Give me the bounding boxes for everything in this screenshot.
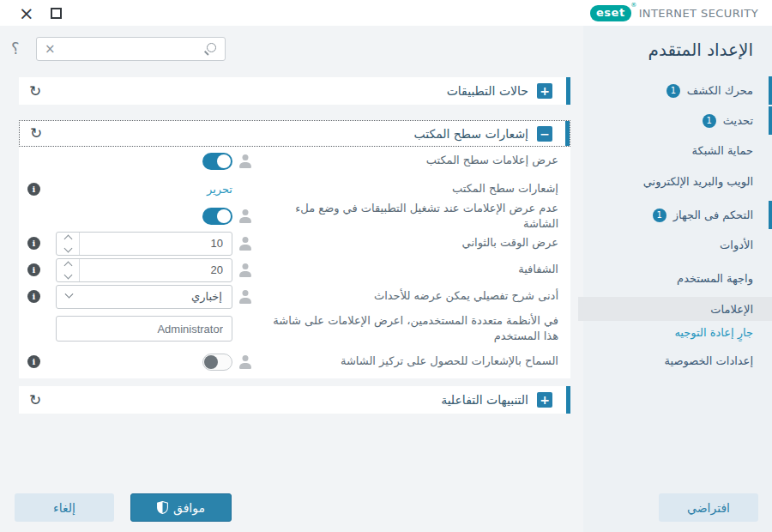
count-badge: 1 [666,84,680,98]
sidebar: الإعداد المتقدم محرك الكشف 1 تحديث 1 حما… [573,26,772,532]
sidebar-item-privacy-settings[interactable]: إعدادات الخصوصية [578,349,772,372]
close-icon[interactable]: × [19,1,34,27]
sidebar-item-label: واجهة المستخدم [677,272,753,285]
setting-label: الشفافية [252,262,558,277]
chevron-down-icon [65,290,74,299]
spin-down-icon[interactable] [63,244,72,252]
setting-row-multiuser-display: في الأنظمة متعددة المستخدمين، اعرض الإعل… [19,310,570,348]
transparency-spinner [56,258,232,282]
sidebar-item-label: الويب والبريد الإلكتروني [643,175,753,188]
sidebar-item-label: تحديث [723,114,753,127]
section-title: حالات التطبيقات [447,84,528,98]
accent-bar [565,121,570,146]
display-time-input[interactable] [80,233,232,255]
ok-button[interactable]: موافق [130,493,232,522]
info-icon[interactable]: i [27,290,40,303]
spinner-buttons[interactable] [57,233,80,255]
sidebar-item-redirecting[interactable]: جارٍ إعادة التوجيه [578,321,772,344]
search-icon[interactable] [204,43,217,56]
info-icon[interactable]: i [27,237,40,250]
transparency-input[interactable] [80,259,232,281]
refresh-icon[interactable]: ↻ [29,393,41,408]
refresh-icon[interactable]: ↻ [30,126,42,141]
spin-up-icon[interactable] [63,234,72,243]
sidebar-item-web-email[interactable]: الويب والبريد الإلكتروني [578,170,772,193]
setting-label: عدم عرض الإعلامات عند تشغيل التطبيقات في… [252,201,558,232]
setting-row-display-time: عرض الوقت بالثواني i [19,230,570,257]
setting-label: في الأنظمة متعددة المستخدمين، اعرض الإعل… [252,313,558,344]
setting-row-transparency: الشفافية i [19,257,570,283]
count-badge: 1 [653,209,666,222]
toggle-allow-focus[interactable] [202,354,232,371]
titlebar: × eset® INTERNET SECURITY [0,0,772,26]
section-application-statuses: + حالات التطبيقات ↻ [19,77,570,105]
sidebar-item-detection-engine[interactable]: محرك الكشف 1 [578,79,772,102]
sidebar-item-label: محرك الكشف [687,84,753,97]
toggle-display-desktop-notifications[interactable] [202,153,232,170]
spin-up-icon[interactable] [63,261,72,269]
clear-search-icon[interactable]: × [45,43,56,56]
info-icon[interactable]: i [27,183,40,196]
user-override-icon [238,154,252,168]
default-button[interactable]: افتراضي [659,493,758,522]
setting-label: السماح بالإشعارات للحصول على تركيز الشاش… [252,354,558,369]
setting-label: عرض إعلامات سطح المكتب [252,153,558,168]
setting-row-display-desktop-notifications: عرض إعلامات سطح المكتب [19,147,570,175]
collapse-icon[interactable]: − [537,126,552,142]
setting-label: إشعارات سطح المكتب [252,181,558,196]
info-icon[interactable]: i [27,355,40,368]
setting-row-allow-focus: السماح بالإشعارات للحصول على تركيز الشاش… [19,348,570,376]
cancel-button[interactable]: إلغاء [15,493,114,522]
sidebar-item-update[interactable]: تحديث 1 [578,109,772,132]
product-name: INTERNET SECURITY [639,7,758,20]
spinner-buttons[interactable] [57,259,80,281]
edit-link[interactable]: تحرير [207,183,232,196]
verbosity-dropdown[interactable]: إخباري [56,285,232,309]
sidebar-item-tools[interactable]: الأدوات [578,233,772,257]
count-badge: 1 [703,114,716,128]
search-input[interactable] [56,43,204,56]
info-icon[interactable]: i [27,263,40,276]
help-icon[interactable]: ؟ [11,39,20,57]
user-override-icon [238,263,252,277]
refresh-icon[interactable]: ↻ [29,84,41,99]
section-header-interactive-alerts[interactable]: + التنبيهات التفاعلية ↻ [19,386,570,414]
eset-logo: eset® [590,5,631,21]
section-title: إشعارات سطح المكتب [413,127,528,141]
section-header-application-statuses[interactable]: + حالات التطبيقات ↻ [19,77,570,105]
user-override-icon [238,209,252,223]
registered-mark: ® [630,2,637,9]
sidebar-item-label: الأدوات [720,239,753,251]
expand-icon[interactable]: + [537,83,552,99]
setting-label: أدنى شرح تفصيلي يمكن عرضه للأحداث [252,288,558,304]
search-box: × [36,37,226,61]
section-title: التنبيهات التفاعلية [441,393,528,407]
page-title: الإعداد المتقدم [648,39,753,60]
brand: eset® INTERNET SECURITY [590,0,758,26]
display-time-spinner [56,232,232,256]
sidebar-item-user-interface[interactable]: واجهة المستخدم [578,267,772,290]
sidebar-item-label: جارٍ إعادة التوجيه [674,326,753,339]
user-override-icon [238,290,252,304]
sidebar-item-label: إعدادات الخصوصية [665,354,753,367]
section-interactive-alerts: + التنبيهات التفاعلية ↻ [19,386,570,414]
sidebar-item-network-protection[interactable]: حماية الشبكة [578,139,772,162]
verbosity-selected-value: إخباري [191,290,222,303]
accent-bar [566,386,570,414]
spin-down-icon[interactable] [63,270,72,279]
shield-icon [157,501,168,514]
sidebar-item-notifications[interactable]: الإعلامات [578,297,772,321]
toggle-no-notifications-fullscreen[interactable] [202,208,232,225]
expand-icon[interactable]: + [537,392,552,408]
section-desktop-notifications: − إشعارات سطح المكتب ↻ عرض إعلامات سطح ا… [19,120,570,378]
sidebar-item-device-control[interactable]: التحكم فى الجهاز 1 [578,203,772,227]
sidebar-item-label: حماية الشبكة [692,144,753,157]
setting-row-no-notifications-fullscreen: عدم عرض الإعلامات عند تشغيل التطبيقات في… [19,203,570,230]
sidebar-item-label: الإعلامات [710,303,753,316]
setting-label: عرض الوقت بالثواني [252,235,558,251]
section-header-desktop-notifications[interactable]: − إشعارات سطح المكتب ↻ [19,120,570,147]
maximize-icon[interactable] [51,8,62,19]
multiuser-display-input[interactable] [56,316,232,342]
setting-row-desktop-notifications-edit: إشعارات سطح المكتب تحرير i [19,175,570,203]
accent-bar [566,77,570,105]
